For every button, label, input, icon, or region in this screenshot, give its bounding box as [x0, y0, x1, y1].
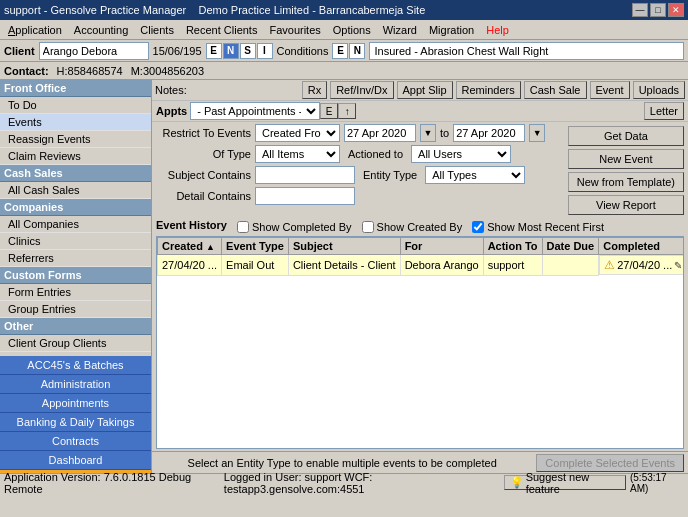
status-e: E	[206, 43, 222, 59]
filter-section: Restrict To Events Created From ▼ to ▼ O…	[152, 122, 688, 217]
sidebar-item-reassign-events[interactable]: Reassign Events	[0, 131, 151, 148]
nav-contracts[interactable]: Contracts	[0, 432, 151, 451]
restrict-to-events-select[interactable]: Created From	[255, 124, 340, 142]
window-controls: — □ ✕	[632, 3, 684, 17]
menu-clients[interactable]: Clients	[134, 22, 180, 38]
cash-sale-button[interactable]: Cash Sale	[524, 81, 587, 99]
edit-icon[interactable]: ✎	[674, 260, 682, 271]
menu-options[interactable]: Options	[327, 22, 377, 38]
sidebar-item-referrers[interactable]: Referrers	[0, 250, 151, 267]
nav-administration[interactable]: Administration	[0, 375, 151, 394]
dob-label: 15/06/195	[153, 45, 202, 57]
to-date-arrow[interactable]: ▼	[529, 124, 545, 142]
appts-up-button[interactable]: ↑	[338, 103, 356, 119]
col-date-due[interactable]: Date Due	[542, 238, 599, 255]
content-area: Notes: Rx Ref/Inv/Dx Appt Slip Reminders…	[152, 80, 688, 473]
cell-action-to: support	[483, 255, 542, 276]
col-action-to[interactable]: Action To	[483, 238, 542, 255]
of-type-select[interactable]: All Items	[255, 145, 340, 163]
sidebar-item-client-group-clients[interactable]: Client Group Clients	[0, 335, 151, 352]
show-created-by-checkbox[interactable]: Show Created By	[362, 221, 463, 233]
conditions-status-boxes: E N	[332, 43, 365, 59]
entity-type-select[interactable]: All Types	[425, 166, 525, 184]
contact-mobile: M:3004856203	[131, 65, 204, 77]
sidebar-item-all-companies[interactable]: All Companies	[0, 216, 151, 233]
maximize-button[interactable]: □	[650, 3, 666, 17]
menu-favourites[interactable]: Favourites	[263, 22, 326, 38]
rx-button[interactable]: Rx	[302, 81, 327, 99]
complete-selected-events-button[interactable]: Complete Selected Events	[536, 454, 684, 472]
sidebar-item-all-cash-sales[interactable]: All Cash Sales	[0, 182, 151, 199]
sidebar-header-other: Other	[0, 318, 151, 335]
actioned-to-select[interactable]: All Users	[411, 145, 511, 163]
from-date-arrow[interactable]: ▼	[420, 124, 436, 142]
conditions-field[interactable]	[369, 42, 684, 60]
contact-phone: H:858468574	[57, 65, 123, 77]
sidebar-item-claim-reviews[interactable]: Claim Reviews	[0, 148, 151, 165]
sidebar-item-group-entries[interactable]: Group Entries	[0, 301, 151, 318]
menu-help[interactable]: Help	[480, 22, 515, 38]
get-data-button[interactable]: Get Data	[568, 126, 684, 146]
version-text: Application Version: 7.6.0.1815 Debug Re…	[4, 471, 220, 495]
client-name-field[interactable]	[39, 42, 149, 60]
ref-inv-dx-button[interactable]: Ref/Inv/Dx	[330, 81, 393, 99]
appt-slip-button[interactable]: Appt Slip	[397, 81, 453, 99]
appts-dropdown[interactable]: - Past Appointments -	[190, 102, 320, 120]
sidebar-item-form-entries[interactable]: Form Entries	[0, 284, 151, 301]
new-from-template-button[interactable]: New from Template)	[568, 172, 684, 192]
uploads-button[interactable]: Uploads	[633, 81, 685, 99]
nav-banking[interactable]: Banking & Daily Takings	[0, 413, 151, 432]
menu-wizard[interactable]: Wizard	[377, 22, 423, 38]
col-completed[interactable]: Completed	[599, 238, 684, 255]
letter-button[interactable]: Letter	[644, 102, 684, 120]
detail-contains-input[interactable]	[255, 187, 355, 205]
subject-contains-input[interactable]	[255, 166, 355, 184]
event-button[interactable]: Event	[590, 81, 630, 99]
cell-completed: ⚠ 27/04/20 ... ✎ ✕	[599, 255, 684, 275]
col-event-type[interactable]: Event Type	[222, 238, 289, 255]
minimize-button[interactable]: —	[632, 3, 648, 17]
title-bar: support - Gensolve Practice Manager Demo…	[0, 0, 688, 20]
of-type-label: Of Type	[156, 148, 251, 160]
menu-application[interactable]: Application	[2, 22, 68, 38]
sidebar-item-events[interactable]: Events	[0, 114, 151, 131]
col-for[interactable]: For	[400, 238, 483, 255]
menu-migration[interactable]: Migration	[423, 22, 480, 38]
client-bar: Client 15/06/195 E N S I Conditions E N	[0, 40, 688, 62]
filter-row-detail: Detail Contains	[156, 187, 568, 205]
suggest-feature-button[interactable]: 💡 Suggest new feature	[504, 475, 626, 490]
appts-e-button[interactable]: E	[320, 103, 338, 119]
status-s: S	[240, 43, 256, 59]
close-button[interactable]: ✕	[668, 3, 684, 17]
filter-row-restrict: Restrict To Events Created From ▼ to ▼	[156, 124, 568, 142]
nav-appointments[interactable]: Appointments	[0, 394, 151, 413]
show-most-recent-first-checkbox[interactable]: Show Most Recent First	[472, 221, 604, 233]
col-created[interactable]: Created ▲	[158, 238, 222, 255]
demo-site-title: Demo Practice Limited - Barrancabermeja …	[198, 4, 425, 16]
menu-accounting[interactable]: Accounting	[68, 22, 134, 38]
from-date-input[interactable]	[344, 124, 416, 142]
nav-dashboard[interactable]: Dashboard	[0, 451, 151, 470]
to-date-input[interactable]	[453, 124, 525, 142]
col-subject[interactable]: Subject	[288, 238, 400, 255]
menu-recent-clients[interactable]: Recent Clients	[180, 22, 264, 38]
sidebar-item-clinics[interactable]: Clinics	[0, 233, 151, 250]
show-completed-by-checkbox[interactable]: Show Completed By	[237, 221, 352, 233]
view-report-button[interactable]: View Report	[568, 195, 684, 215]
nav-acc45-batches[interactable]: ACC45's & Batches	[0, 356, 151, 375]
subject-contains-label: Subject Contains	[156, 169, 251, 181]
filter-right: Get Data New Event New from Template) Vi…	[568, 124, 684, 215]
table-row[interactable]: 27/04/20 ... Email Out Client Details - …	[158, 255, 685, 276]
sidebar-item-todo[interactable]: To Do	[0, 97, 151, 114]
sidebar: Front Office To Do Events Reassign Event…	[0, 80, 152, 473]
cell-subject: Client Details - Client	[288, 255, 400, 276]
reminders-button[interactable]: Reminders	[456, 81, 521, 99]
filter-left: Restrict To Events Created From ▼ to ▼ O…	[156, 124, 568, 215]
new-event-button[interactable]: New Event	[568, 149, 684, 169]
event-history: Event History Show Completed By Show Cre…	[152, 217, 688, 451]
sidebar-header-front-office: Front Office	[0, 80, 151, 97]
notes-label: Notes:	[155, 84, 187, 96]
contact-label: Contact:	[4, 65, 49, 77]
conditions-n: N	[349, 43, 365, 59]
filter-row-oftype: Of Type All Items Actioned to All Users	[156, 145, 568, 163]
